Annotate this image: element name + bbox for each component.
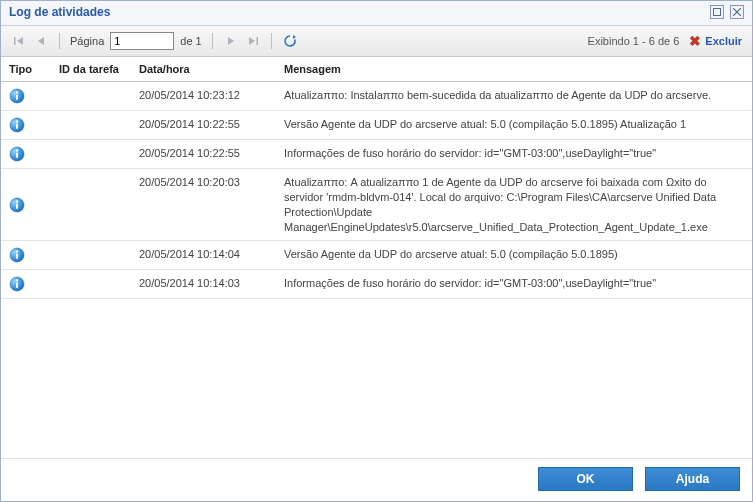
page-label-prefix: Página [70,35,104,47]
activity-log-window: Log de atividades [0,0,753,502]
table-row[interactable]: 20/05/2014 10:14:03Informações de fuso h… [1,270,752,299]
page-last-icon [247,35,259,47]
info-icon [9,197,25,213]
toolbar-separator [271,33,272,49]
svg-marker-4 [17,37,23,45]
page-prev-button[interactable] [33,33,49,49]
table-row[interactable]: 20/05/2014 10:22:55Versão Agente da UDP … [1,111,752,140]
cell-id [51,169,131,240]
page-next-button[interactable] [223,33,239,49]
cell-tipo [1,241,51,269]
cell-tipo [1,169,51,240]
delete-button[interactable]: ✖ Excluir [689,33,742,49]
page-number-input[interactable] [110,32,174,50]
info-icon [9,146,25,162]
svg-point-20 [16,200,18,202]
cell-mensagem: Atualizaππο: A atualizaππο 1 de Agente d… [276,169,752,240]
svg-marker-6 [228,37,234,45]
help-button[interactable]: Ajuda [645,467,740,491]
toolbar-separator [212,33,213,49]
svg-rect-8 [256,37,258,45]
info-icon [9,146,25,162]
cell-mensagem: Informações de fuso horário do servidor:… [276,270,752,298]
footer: OK Ajuda [1,458,752,501]
svg-rect-12 [16,95,18,101]
info-icon [9,247,25,263]
toolbar: Página de 1 [1,26,752,57]
svg-rect-15 [16,124,18,130]
paging-controls: Página de 1 [11,32,298,50]
cell-id [51,270,131,298]
svg-marker-7 [249,37,255,45]
display-range-label: Exibindo 1 - 6 de 6 [588,35,680,47]
page-first-icon [13,35,25,47]
page-next-icon [225,35,237,47]
svg-rect-27 [16,283,18,289]
cell-mensagem: Atualizaππο: Instalaππο bem-sucedida da … [276,82,752,110]
close-icon [733,8,741,16]
window-controls [710,5,744,19]
cell-datahora: 20/05/2014 10:14:04 [131,241,276,269]
svg-rect-3 [14,37,16,45]
cell-datahora: 20/05/2014 10:20:03 [131,169,276,240]
cell-datahora: 20/05/2014 10:23:12 [131,82,276,110]
svg-rect-21 [16,203,18,209]
info-icon [9,247,25,263]
grid-body: 20/05/2014 10:23:12Atualizaππο: Instalaπ… [1,82,752,458]
info-icon [9,117,25,133]
cell-tipo [1,140,51,168]
cell-datahora: 20/05/2014 10:14:03 [131,270,276,298]
cell-id [51,111,131,139]
cell-mensagem: Versão Agente da UDP do arcserve atual: … [276,241,752,269]
svg-marker-5 [38,37,44,45]
table-row[interactable]: 20/05/2014 10:23:12Atualizaππο: Instalaπ… [1,82,752,111]
toolbar-right: Exibindo 1 - 6 de 6 ✖ Excluir [588,33,742,49]
cell-mensagem: Informações de fuso horário do servidor:… [276,140,752,168]
cell-id [51,241,131,269]
svg-rect-0 [714,9,721,16]
delete-x-icon: ✖ [689,33,701,49]
svg-point-23 [16,251,18,253]
cell-id [51,82,131,110]
table-row[interactable]: 20/05/2014 10:20:03Atualizaππο: A atuali… [1,169,752,241]
svg-point-11 [16,91,18,93]
svg-point-17 [16,149,18,151]
refresh-icon [283,34,297,48]
toolbar-separator [59,33,60,49]
table-row[interactable]: 20/05/2014 10:14:04Versão Agente da UDP … [1,241,752,270]
col-msg[interactable]: Mensagem [276,57,752,81]
cell-tipo [1,111,51,139]
window-title: Log de atividades [9,5,110,19]
info-icon [9,88,25,104]
info-icon [9,117,25,133]
info-icon [9,276,25,292]
maximize-icon [713,8,721,16]
info-icon [9,88,25,104]
info-icon [9,197,25,213]
cell-id [51,140,131,168]
svg-marker-9 [293,35,296,39]
cell-tipo [1,82,51,110]
close-button[interactable] [730,5,744,19]
maximize-button[interactable] [710,5,724,19]
page-first-button[interactable] [11,33,27,49]
page-prev-icon [35,35,47,47]
page-label-suffix: de 1 [180,35,201,47]
refresh-button[interactable] [282,33,298,49]
svg-point-14 [16,120,18,122]
svg-point-26 [16,280,18,282]
cell-tipo [1,270,51,298]
table-row[interactable]: 20/05/2014 10:22:55Informações de fuso h… [1,140,752,169]
page-last-button[interactable] [245,33,261,49]
cell-mensagem: Versão Agente da UDP do arcserve atual: … [276,111,752,139]
col-id[interactable]: ID da tarefa [51,57,131,81]
col-data[interactable]: Data/hora [131,57,276,81]
svg-rect-18 [16,153,18,159]
ok-button[interactable]: OK [538,467,633,491]
svg-rect-24 [16,254,18,260]
delete-label: Excluir [705,35,742,47]
cell-datahora: 20/05/2014 10:22:55 [131,140,276,168]
grid-header: Tipo ID da tarefa Data/hora Mensagem [1,57,752,82]
col-tipo[interactable]: Tipo [1,57,51,81]
cell-datahora: 20/05/2014 10:22:55 [131,111,276,139]
